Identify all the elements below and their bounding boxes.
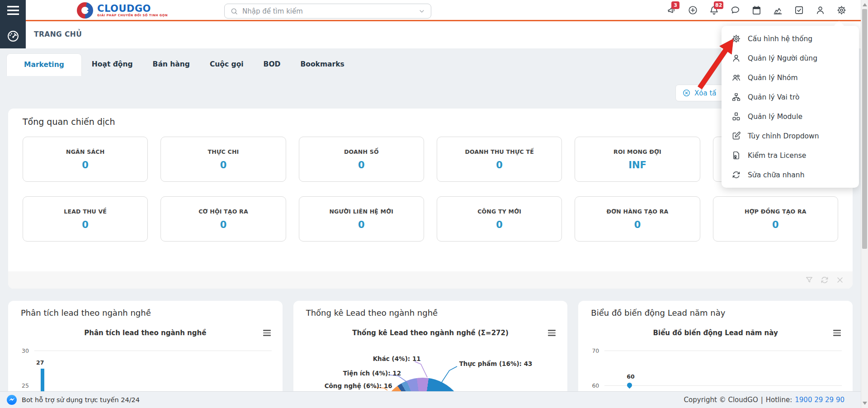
chevron-down-icon[interactable] (418, 8, 425, 15)
license-icon (731, 151, 741, 160)
kpi-card: NGƯỜI LIÊN HỆ MỚI 0 (299, 196, 424, 242)
kpi-label: THỰC CHI (205, 148, 242, 155)
kpi-card: HỢP ĐỒNG TẠO RA 0 (713, 196, 838, 242)
announcements-button[interactable]: 3 (665, 5, 677, 16)
chart-card-title: Phân tích lead theo ngành nghề (21, 308, 151, 318)
pie-slice-label: Thực phẩm (16%): 43 (459, 360, 533, 367)
sitemap-icon (731, 92, 741, 102)
brand-tagline: GIẢI PHÁP CHUYỂN ĐỔI SỐ TINH GỌN (97, 14, 168, 17)
menu-item-user-management[interactable]: Quản lý Người dùng (722, 48, 859, 68)
reports-button[interactable] (772, 5, 783, 16)
hotline-number[interactable]: 1900 29 29 90 (795, 396, 844, 404)
tab-bod[interactable]: BOD (254, 53, 291, 76)
clear-all-label: Xóa tấ (694, 89, 717, 97)
kpi-card: THỰC CHI 0 (160, 137, 286, 182)
chart-export-menu-button[interactable] (263, 330, 271, 336)
quick-create-button[interactable] (687, 5, 698, 16)
refresh-button[interactable] (820, 275, 829, 285)
edit-icon (731, 131, 741, 141)
cloudgo-dashboard: CLOUDGO GIẢI PHÁP CHUYỂN ĐỔI SỐ TINH GỌN… (0, 0, 868, 408)
messenger-icon (6, 394, 17, 405)
speedometer-icon (6, 29, 20, 43)
kpi-label: CƠ HỘI TẠO RA (196, 208, 251, 215)
scroll-down-arrow[interactable] (863, 402, 867, 405)
scroll-up-arrow[interactable] (863, 3, 867, 6)
menu-toggle-button[interactable] (0, 0, 26, 20)
tab-ban-hang[interactable]: Bán hàng (143, 53, 200, 76)
dashboard-tabs: Marketing Hoạt động Bán hàng Cuộc gọi BO… (6, 53, 354, 76)
kpi-card: CÔNG TY MỚI 0 (437, 196, 562, 242)
tasks-button[interactable] (793, 5, 805, 16)
close-widget-button[interactable] (835, 275, 844, 285)
modules-icon (731, 112, 741, 121)
pie-slice-label: Công nghệ (6%): 16 (325, 382, 392, 389)
hamburger-icon (6, 5, 20, 16)
kpi-grid: NGÂN SÁCH 0 THỰC CHI 0 DOANH SỐ 0 DOANH … (23, 137, 838, 242)
user-icon (731, 53, 741, 63)
data-point[interactable] (626, 382, 633, 389)
tab-hoat-dong[interactable]: Hoạt động (82, 53, 143, 76)
vertical-scrollbar[interactable] (861, 0, 868, 408)
settings-button[interactable] (835, 5, 847, 16)
support-bot-text: Bot hỗ trợ sử dụng trực tuyến 24/24 (22, 396, 140, 403)
menu-item-label: Quản lý Module (748, 113, 802, 121)
calendar-button[interactable] (750, 5, 762, 16)
menu-item-label: Kiểm tra License (748, 152, 806, 160)
page-title: TRANG CHỦ (34, 30, 82, 38)
close-icon (835, 275, 844, 285)
chart-export-menu-button[interactable] (548, 330, 556, 336)
search-input[interactable] (242, 7, 418, 15)
global-search (224, 4, 431, 19)
collapsed-sidebar (0, 0, 26, 48)
support-bot-launcher[interactable]: Bot hỗ trợ sử dụng trực tuyến 24/24 (6, 394, 140, 405)
chart-export-menu-button[interactable] (833, 330, 841, 336)
kpi-card: LEAD THU VỀ 0 (23, 196, 148, 242)
chart-card-title: Thống kê Lead theo ngành nghề (306, 308, 438, 318)
menu-item-label: Sửa chữa nhanh (748, 171, 804, 179)
kpi-value: 0 (772, 219, 779, 230)
brand-name: CLOUDGO (97, 4, 168, 14)
copyright-text: Copyright © CloudGO | Hotline: 1900 29 2… (684, 396, 844, 404)
panel-footer (8, 271, 853, 289)
kpi-label: DOANH SỐ (341, 148, 382, 155)
checkbox-icon (794, 5, 804, 15)
kpi-value: 0 (358, 160, 365, 171)
calendar-icon (751, 5, 762, 15)
menu-item-customize-dropdown[interactable]: Tùy chỉnh Dropdown (722, 126, 859, 146)
notifications-button[interactable]: 82 (708, 5, 720, 16)
menu-item-label: Tùy chỉnh Dropdown (748, 132, 819, 140)
tab-marketing[interactable]: Marketing (6, 53, 82, 76)
menu-item-label: Quản lý Vai trò (748, 93, 799, 101)
gear-icon (836, 5, 847, 15)
scrollbar-thumb[interactable] (862, 9, 867, 249)
copyright-label: Copyright © CloudGO (684, 396, 758, 404)
menu-item-module-management[interactable]: Quản lý Module (722, 107, 859, 126)
messages-button[interactable] (729, 5, 741, 16)
dashboard-module-button[interactable] (0, 25, 26, 47)
kpi-value: 0 (358, 219, 365, 230)
kpi-label: DOANH THU THỰC TẾ (462, 148, 537, 155)
y-axis-tick: 25 (15, 382, 29, 389)
menu-item-label: Quản lý Người dùng (748, 54, 817, 62)
menu-item-role-management[interactable]: Quản lý Vai trò (722, 87, 859, 107)
kpi-value: 0 (496, 219, 503, 230)
top-bar: CLOUDGO GIẢI PHÁP CHUYỂN ĐỔI SỐ TINH GỌN… (0, 0, 868, 21)
kpi-value: INF (628, 160, 646, 171)
kpi-value: 0 (82, 219, 89, 230)
notifications-badge: 82 (714, 1, 723, 9)
menu-item-system-config[interactable]: Cấu hình hệ thống (722, 29, 859, 48)
tab-bookmarks[interactable]: Bookmarks (290, 53, 354, 76)
kpi-value: 0 (220, 160, 227, 171)
profile-button[interactable] (814, 5, 826, 16)
kpi-label: LEAD THU VỀ (61, 208, 109, 215)
menu-item-quick-repair[interactable]: Sửa chữa nhanh (722, 165, 859, 185)
gridline (604, 385, 842, 386)
chart-line-icon (773, 5, 783, 15)
tab-cuoc-goi[interactable]: Cuộc gọi (200, 53, 254, 76)
cloudgo-logo[interactable]: CLOUDGO GIẢI PHÁP CHUYỂN ĐỔI SỐ TINH GỌN (77, 2, 168, 19)
menu-item-check-license[interactable]: Kiểm tra License (722, 146, 859, 165)
menu-item-group-management[interactable]: Quản lý Nhóm (722, 68, 859, 87)
kpi-card: DOANH THU THỰC TẾ 0 (437, 137, 562, 182)
divider: | (761, 396, 763, 404)
filter-button[interactable] (805, 275, 814, 285)
